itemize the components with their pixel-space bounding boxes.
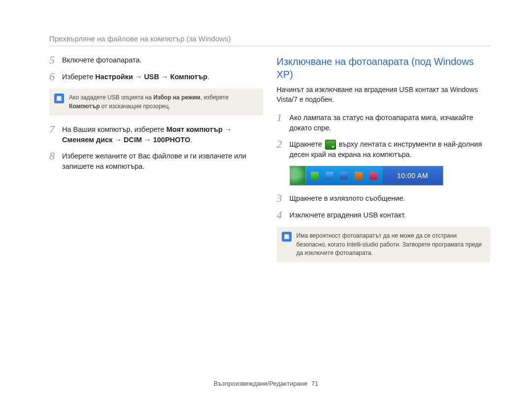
step-6: 6 Изберете Настройки → USB → Компютър. — [49, 72, 263, 83]
step-text: На Вашия компютър, изберете Моят компютъ… — [62, 124, 263, 145]
right-column: Изключване на фотоапарата (под Windows X… — [277, 55, 491, 271]
intro-text: Начинът за изключване на вградения USB к… — [277, 85, 491, 105]
step-text: Изберете желаните от Вас файлове и ги из… — [62, 151, 263, 172]
system-tray — [305, 166, 383, 185]
note-text: Ако зададете USB опцията на Избор на реж… — [69, 93, 257, 111]
note-box: Има вероятност фотоапаратът да не може д… — [277, 227, 491, 262]
text: , изберете — [200, 94, 229, 101]
step-number: 5 — [49, 54, 62, 66]
step-text: Включете фотоапарата. — [62, 55, 263, 65]
footer-section: Възпроизвеждане/Редактиране — [214, 380, 308, 387]
text: . — [190, 136, 192, 144]
step-number: 7 — [49, 123, 62, 135]
step-number: 2 — [277, 138, 290, 150]
step-1: 1 Ако лампата за статус на фотоапарата м… — [277, 113, 491, 133]
step-8: 8 Изберете желаните от Вас файлове и ги … — [49, 151, 263, 172]
step-number: 1 — [277, 112, 290, 123]
start-button-icon — [290, 166, 305, 185]
step-text: Щракнете в излязлото съобщение. — [290, 193, 491, 204]
page-number: 71 — [311, 380, 318, 387]
step-number: 6 — [49, 71, 62, 83]
text: от изскачащия прозорец. — [100, 103, 170, 110]
document-page: Прехвърляне на файлове на компютър (за W… — [0, 0, 532, 271]
step-text: Щракнете върху лентата с инструменти в н… — [290, 139, 491, 160]
two-column-layout: 5 Включете фотоапарата. 6 Изберете Настр… — [49, 55, 490, 271]
text: На Вашия компютър, изберете — [62, 125, 166, 133]
step-number: 4 — [277, 209, 290, 221]
text: Щракнете — [290, 140, 324, 148]
step-2: 2 Щракнете върху лентата с инструменти в… — [277, 139, 491, 160]
step-text: Изберете Настройки → USB → Компютър. — [62, 72, 263, 82]
step-4: 4 Изключете вградения USB контакт. — [277, 210, 491, 221]
section-title: Изключване на фотоапарата (под Windows X… — [277, 55, 491, 81]
left-column: 5 Включете фотоапарата. 6 Изберете Настр… — [49, 55, 263, 271]
page-footer: Възпроизвеждане/Редактиране 71 — [0, 380, 532, 387]
step-text: Ако лампата за статус на фотоапарата миг… — [290, 113, 491, 133]
text: Изберете — [62, 73, 95, 81]
bold: Избор на режим — [153, 94, 200, 101]
note-box: Ако зададете USB опцията на Избор на реж… — [49, 89, 263, 116]
step-bold: Настройки → USB → Компютър — [95, 73, 207, 81]
tray-icon — [369, 172, 377, 180]
step-7: 7 На Вашия компютър, изберете Моят компю… — [49, 124, 263, 145]
safely-remove-hardware-icon — [325, 140, 336, 150]
note-icon — [54, 93, 64, 103]
step-5: 5 Включете фотоапарата. — [49, 55, 263, 66]
taskbar-screenshot: 10:00 AM — [290, 166, 443, 185]
step-text: Изключете вградения USB контакт. — [290, 210, 491, 220]
page-header: Прехвърляне на файлове на компютър (за W… — [49, 34, 490, 46]
tray-icon — [355, 172, 363, 180]
tray-icon — [340, 172, 348, 180]
tray-icon — [311, 172, 319, 180]
step-number: 8 — [49, 150, 62, 162]
text: . — [207, 73, 209, 81]
bold: Компютър — [69, 103, 100, 110]
taskbar-clock: 10:00 AM — [383, 166, 443, 185]
step-3: 3 Щракнете в излязлото съобщение. — [277, 193, 491, 204]
step-number: 3 — [277, 192, 290, 204]
text: Ако зададете USB опцията на — [69, 94, 153, 101]
note-icon — [282, 232, 292, 242]
tray-icon — [326, 172, 333, 180]
note-text: Има вероятност фотоапаратът да не може д… — [297, 232, 485, 257]
